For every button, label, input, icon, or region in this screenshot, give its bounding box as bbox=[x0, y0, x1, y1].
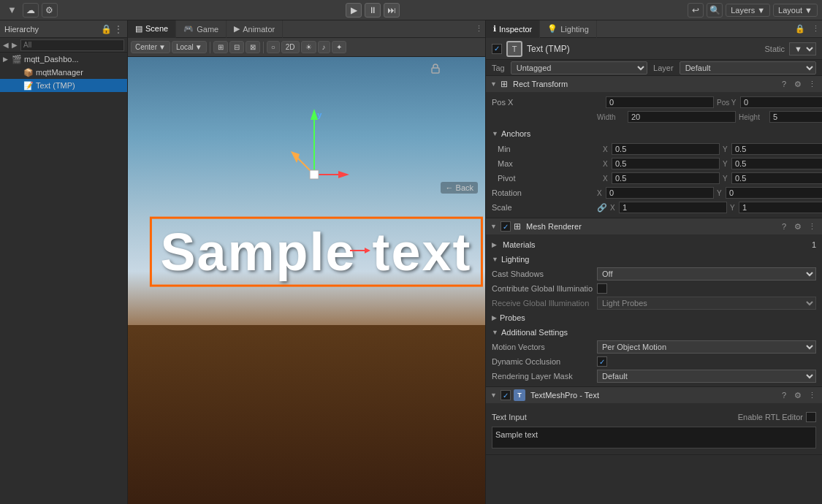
hierarchy-item[interactable]: ▶ 🎬 mqtt_Dashbo... bbox=[0, 53, 127, 66]
inspector-tabs: ℹ Inspector 💡 Lighting 🔒 ⋮ bbox=[486, 20, 822, 38]
inspector-more-button[interactable]: ⋮ bbox=[809, 23, 822, 36]
dynamic-occlusion-checkbox[interactable] bbox=[597, 356, 607, 367]
undo-button[interactable]: ↩ bbox=[688, 3, 704, 18]
rect-transform-more-button[interactable]: ⋮ bbox=[806, 78, 818, 90]
anchor-max-y-item: Y bbox=[723, 158, 822, 169]
tmp-settings-button[interactable]: ⚙ bbox=[792, 389, 804, 401]
tag-select[interactable]: Untagged bbox=[511, 61, 647, 75]
receive-gi-row: Receive Global Illumination Light Probes bbox=[486, 296, 822, 310]
tab-inspector[interactable]: ℹ Inspector bbox=[486, 20, 540, 38]
mesh-renderer-enabled-checkbox[interactable] bbox=[501, 221, 511, 232]
tab-lighting[interactable]: 💡 Lighting bbox=[540, 20, 597, 38]
tmp-help-button[interactable]: ? bbox=[778, 389, 790, 401]
anchor-max-y-input[interactable] bbox=[731, 158, 822, 169]
align-button[interactable]: ⊠ bbox=[246, 41, 260, 53]
pos-y-input[interactable] bbox=[740, 96, 822, 108]
tab-animator[interactable]: ▶ Animator bbox=[227, 20, 283, 38]
unity-logo[interactable]: ▼ bbox=[4, 4, 20, 15]
sphere-button[interactable]: ○ bbox=[267, 41, 280, 53]
animator-tab-label: Animator bbox=[243, 25, 275, 34]
mesh-renderer-settings-button[interactable]: ⚙ bbox=[792, 221, 804, 232]
static-dropdown[interactable]: ▼ bbox=[789, 42, 816, 56]
layers-dropdown[interactable]: Layers ▼ bbox=[726, 4, 770, 17]
layer-select[interactable]: Default bbox=[680, 61, 816, 75]
contrib-gi-checkbox[interactable] bbox=[597, 283, 607, 294]
fx-button[interactable]: ✦ bbox=[332, 41, 346, 53]
enable-rtl-checkbox[interactable] bbox=[806, 412, 816, 422]
probes-header[interactable]: ▶ Probes bbox=[486, 310, 822, 325]
rect-transform-actions: ? ⚙ ⋮ bbox=[778, 78, 818, 90]
motion-vectors-select[interactable]: Per Object Motion bbox=[597, 340, 816, 354]
audio-button[interactable]: ♪ bbox=[318, 41, 330, 53]
tab-scene[interactable]: ▤ Scene bbox=[128, 20, 176, 38]
anchors-header[interactable]: ▼ Anchors bbox=[492, 126, 816, 142]
snap-button[interactable]: ⊟ bbox=[229, 41, 244, 53]
rect-transform-content: Pos X Pos Y Pos Z bbox=[486, 92, 822, 218]
mesh-renderer-more-button[interactable]: ⋮ bbox=[806, 221, 818, 232]
inspector-lock-button[interactable]: 🔒 bbox=[794, 23, 807, 36]
hierarchy-more-icon[interactable]: ⋮ bbox=[114, 24, 123, 34]
search-button[interactable]: 🔍 bbox=[707, 3, 723, 18]
scene-gizmo-lock[interactable] bbox=[430, 63, 441, 76]
hierarchy-item[interactable]: 📝 Text (TMP) bbox=[0, 79, 127, 92]
hierarchy-item[interactable]: 📦 mqttManager bbox=[0, 66, 127, 79]
scene-tabs-more[interactable]: ⋮ bbox=[472, 23, 485, 36]
width-input[interactable] bbox=[628, 111, 736, 123]
lighting-subsection-header[interactable]: ▼ Lighting bbox=[486, 252, 822, 267]
pos-x-label: Pos X bbox=[492, 98, 594, 107]
text-area-container: Sample text bbox=[492, 427, 816, 448]
back-button[interactable]: ← Back bbox=[441, 182, 478, 194]
height-item: Height bbox=[739, 111, 822, 123]
play-button[interactable]: ▶ bbox=[346, 3, 362, 18]
rot-x-item: X bbox=[597, 187, 714, 199]
rect-transform-header[interactable]: ▼ ⊞ Rect Transform ? ⚙ ⋮ bbox=[486, 76, 822, 92]
rot-y-input[interactable] bbox=[726, 187, 822, 199]
cast-shadows-select[interactable]: Off bbox=[597, 267, 816, 280]
local-dropdown[interactable]: Local ▼ bbox=[172, 41, 207, 53]
rect-transform-help-button[interactable]: ? bbox=[778, 78, 790, 90]
layers-arrow-icon: ▼ bbox=[757, 6, 765, 15]
settings-button[interactable]: ⚙ bbox=[42, 3, 58, 18]
2d-button[interactable]: 2D bbox=[281, 41, 300, 53]
center-dropdown[interactable]: Center ▼ bbox=[131, 41, 170, 53]
tmp-more-button[interactable]: ⋮ bbox=[806, 389, 818, 401]
pivot-inputs: X Y bbox=[603, 172, 822, 184]
scene-tab-label: Scene bbox=[145, 24, 168, 33]
anchor-max-x-input[interactable] bbox=[612, 158, 720, 169]
rect-transform-settings-button[interactable]: ⚙ bbox=[792, 78, 804, 90]
height-input[interactable] bbox=[769, 111, 822, 123]
pause-button[interactable]: ⏸ bbox=[365, 3, 381, 18]
layout-dropdown[interactable]: Layout ▼ bbox=[773, 4, 818, 17]
anchor-min-y-input[interactable] bbox=[731, 143, 822, 155]
grid-button[interactable]: ⊞ bbox=[213, 41, 228, 53]
probes-arrow-icon: ▶ bbox=[492, 314, 497, 321]
hierarchy-forward-icon[interactable]: ▶ bbox=[12, 41, 18, 49]
object-enabled-checkbox[interactable] bbox=[492, 44, 502, 54]
hierarchy-lock-icon[interactable]: 🔒 bbox=[101, 24, 112, 34]
lock-icon bbox=[430, 63, 441, 75]
hierarchy-back-icon[interactable]: ◀ bbox=[3, 41, 9, 49]
pivot-y-input[interactable] bbox=[731, 172, 822, 184]
mesh-renderer-help-button[interactable]: ? bbox=[778, 221, 790, 232]
receive-gi-select[interactable]: Light Probes bbox=[597, 297, 816, 310]
pivot-x-input[interactable] bbox=[612, 172, 720, 184]
scale-y-input[interactable] bbox=[739, 202, 822, 213]
tmp-enabled-checkbox[interactable] bbox=[501, 390, 511, 400]
scale-x-input[interactable] bbox=[619, 202, 727, 213]
step-button[interactable]: ⏭ bbox=[384, 3, 400, 18]
rect-transform-arrow-icon: ▼ bbox=[490, 80, 498, 88]
rot-x-input[interactable] bbox=[606, 187, 714, 199]
textmeshpro-header[interactable]: ▼ T TextMeshPro - Text ? ⚙ ⋮ bbox=[486, 387, 822, 403]
cloud-button[interactable]: ☁ bbox=[23, 3, 39, 18]
light-button[interactable]: ☀ bbox=[301, 41, 316, 53]
mesh-renderer-header[interactable]: ▼ ⊞ Mesh Renderer ? ⚙ ⋮ bbox=[486, 218, 822, 234]
anchor-max-label: Max bbox=[498, 159, 600, 168]
anchor-min-x-input[interactable] bbox=[612, 143, 720, 155]
scene-content: ✋ ✥ ↻ ⊡ ⊞ ⊕ y bbox=[128, 57, 485, 504]
tab-game[interactable]: 🎮 Game bbox=[176, 20, 227, 38]
rendering-layer-select[interactable]: Default bbox=[597, 370, 816, 383]
pos-x-input[interactable] bbox=[606, 96, 714, 108]
additional-settings-header[interactable]: ▼ Additional Settings bbox=[486, 325, 822, 340]
hierarchy-search[interactable] bbox=[20, 39, 124, 51]
object-header: T Text (TMP) Static ▼ bbox=[486, 38, 822, 60]
